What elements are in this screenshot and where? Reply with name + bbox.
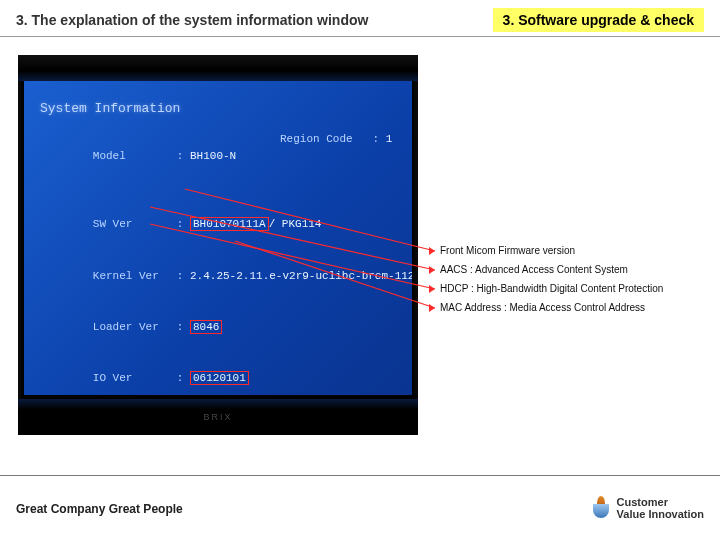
svg-marker-1 — [429, 247, 435, 255]
tv-brand: BRIX — [18, 399, 418, 435]
sw-ver-highlight: BH01070111A — [190, 217, 269, 231]
row-loader: Loader Ver: 8046 — [40, 302, 396, 353]
io-ver-highlight: 06120101 — [190, 371, 249, 385]
screen-title: System Information — [40, 99, 396, 119]
footer-slogan: Great Company Great People — [16, 502, 183, 516]
row-kernel: Kernel Ver: 2.4.25-2.11.e-v2r9-uclibc-br… — [40, 250, 396, 301]
svg-marker-7 — [429, 304, 435, 312]
chapter-badge: 3. Software upgrade & check — [493, 8, 704, 32]
system-info-screen: System Information Model: BH100-N Region… — [24, 81, 412, 395]
logo-icon — [591, 496, 611, 522]
row-io: IO Ver: 06120101 — [40, 353, 396, 395]
tv-frame: System Information Model: BH100-N Region… — [18, 55, 418, 435]
footer-logo: Customer Value Innovation — [591, 496, 704, 522]
page-title: 3. The explanation of the system informa… — [16, 12, 493, 28]
annotation-aacs: AACS : Advanced Access Content System — [440, 264, 628, 275]
loader-ver-highlight: 8046 — [190, 320, 222, 334]
annotation-hdcp: HDCP : High-Bandwidth Digital Content Pr… — [440, 283, 663, 294]
row-model: Model: BH100-N Region Code : 1 — [40, 131, 396, 199]
svg-marker-5 — [429, 285, 435, 293]
row-sw-ver: SW Ver: BH01070111A/ PKG114 — [40, 199, 396, 250]
annotation-mac: MAC Address : Media Access Control Addre… — [440, 302, 645, 313]
svg-marker-3 — [429, 266, 435, 274]
annotation-micom: Front Micom Firmware version — [440, 245, 575, 256]
footer-divider — [0, 475, 720, 476]
